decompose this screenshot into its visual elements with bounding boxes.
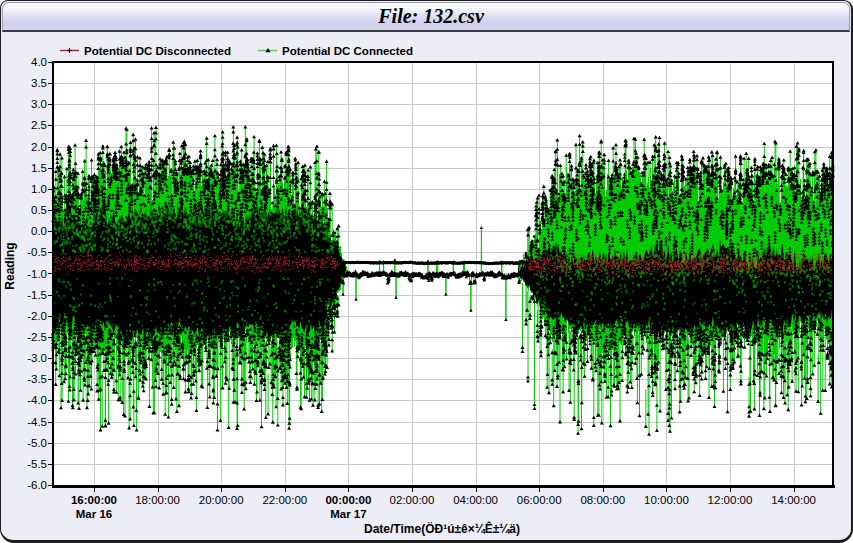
svg-text:20:00:00: 20:00:00 bbox=[199, 494, 244, 506]
svg-text:Mar 17: Mar 17 bbox=[330, 508, 366, 520]
svg-text:Reading: Reading bbox=[3, 242, 17, 289]
svg-text:-4.0: -4.0 bbox=[27, 394, 47, 406]
svg-text:00:00:00: 00:00:00 bbox=[325, 494, 371, 506]
svg-text:2.0: 2.0 bbox=[31, 141, 47, 153]
svg-text:14:00:00: 14:00:00 bbox=[771, 494, 816, 506]
svg-text:-2.5: -2.5 bbox=[27, 331, 47, 343]
svg-text:3.0: 3.0 bbox=[31, 98, 47, 110]
svg-text:-1.0: -1.0 bbox=[27, 268, 47, 280]
svg-text:1.0: 1.0 bbox=[31, 183, 47, 195]
svg-text:Date/Time(ÖÐ¹ú±ê×¼Ê±¼ä): Date/Time(ÖÐ¹ú±ê×¼Ê±¼ä) bbox=[364, 521, 520, 536]
svg-text:12:00:00: 12:00:00 bbox=[708, 494, 753, 506]
svg-text:Potential DC Connected: Potential DC Connected bbox=[282, 45, 413, 57]
svg-text:08:00:00: 08:00:00 bbox=[580, 494, 625, 506]
svg-text:-6.0: -6.0 bbox=[27, 479, 47, 491]
svg-text:-3.0: -3.0 bbox=[27, 352, 47, 364]
svg-text:-4.5: -4.5 bbox=[27, 416, 47, 428]
svg-text:04:00:00: 04:00:00 bbox=[453, 494, 498, 506]
svg-text:0.0: 0.0 bbox=[31, 225, 47, 237]
svg-text:0.5: 0.5 bbox=[31, 204, 47, 216]
svg-text:10:00:00: 10:00:00 bbox=[644, 494, 689, 506]
svg-text:4.0: 4.0 bbox=[31, 56, 47, 68]
svg-text:06:00:00: 06:00:00 bbox=[517, 494, 562, 506]
svg-text:-5.5: -5.5 bbox=[27, 458, 47, 470]
svg-text:Mar 16: Mar 16 bbox=[76, 508, 112, 520]
svg-text:-3.5: -3.5 bbox=[27, 373, 47, 385]
svg-text:22:00:00: 22:00:00 bbox=[262, 494, 307, 506]
svg-text:02:00:00: 02:00:00 bbox=[390, 494, 435, 506]
svg-text:3.5: 3.5 bbox=[31, 77, 47, 89]
svg-text:-5.0: -5.0 bbox=[27, 437, 47, 449]
svg-text:2.5: 2.5 bbox=[31, 119, 47, 131]
svg-text:-2.0: -2.0 bbox=[27, 310, 47, 322]
svg-text:1.5: 1.5 bbox=[31, 162, 47, 174]
svg-text:-1.5: -1.5 bbox=[27, 289, 47, 301]
svg-text:Potential DC Disconnected: Potential DC Disconnected bbox=[84, 45, 231, 57]
svg-text:16:00:00: 16:00:00 bbox=[71, 494, 117, 506]
svg-text:18:00:00: 18:00:00 bbox=[135, 494, 180, 506]
svg-text:-0.5: -0.5 bbox=[27, 246, 47, 258]
